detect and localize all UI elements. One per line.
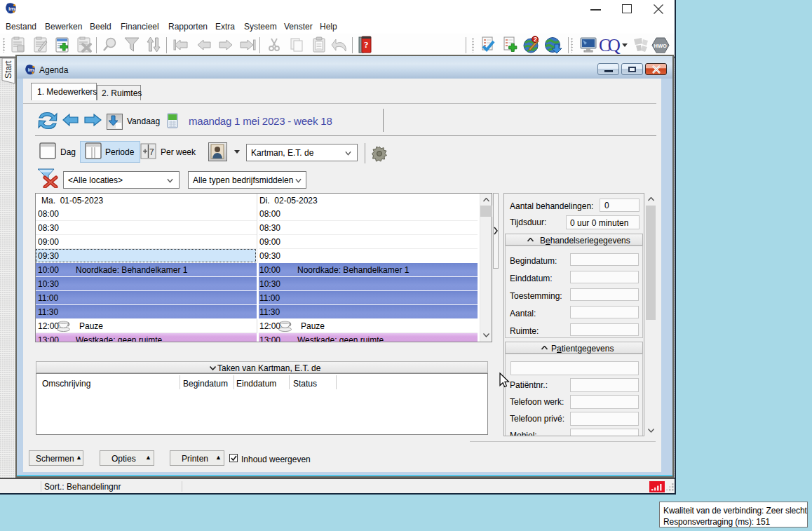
svg-text:?: ?	[364, 39, 369, 50]
svg-text:HWO: HWO	[654, 43, 667, 49]
svg-text:2: 2	[534, 36, 537, 43]
svg-text:im: im	[8, 6, 15, 12]
svg-text:7: 7	[149, 147, 154, 157]
svg-text:im: im	[28, 67, 34, 73]
